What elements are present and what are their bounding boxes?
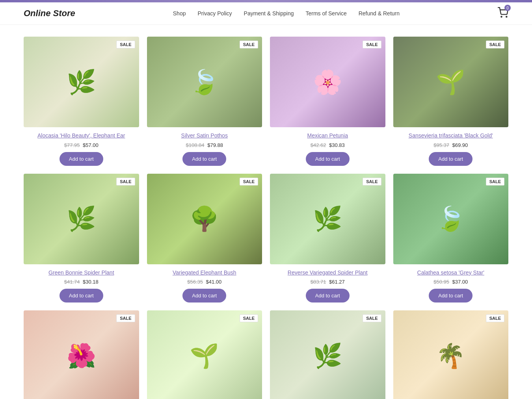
sale-badge: SALE xyxy=(116,178,135,186)
product-image-wrapper: 🌱 SALE xyxy=(393,37,509,127)
add-to-cart-button[interactable]: Add to cart xyxy=(306,289,350,302)
add-to-cart-button[interactable]: Add to cart xyxy=(429,152,472,166)
product-image-wrapper: 🍃 SALE xyxy=(147,37,262,127)
product-image: 🌿 xyxy=(24,37,139,127)
product-title[interactable]: Silver Satin Pothos xyxy=(181,132,228,140)
product-card: 🌿 SALE Alocasia 'Hilo Beauty', Elephant … xyxy=(24,37,139,166)
product-prices: $83.71 $61.27 xyxy=(311,279,345,285)
product-card: 🌴 SALE Row 3 Plant 4 $70.00 $49.00 Add t… xyxy=(393,310,509,399)
add-to-cart-button[interactable]: Add to cart xyxy=(60,152,103,166)
product-image-wrapper: 🍃 SALE xyxy=(393,174,509,264)
product-image: 🍃 xyxy=(393,174,509,264)
nav-payment[interactable]: Payment & Shipping xyxy=(244,10,294,17)
product-title[interactable]: Reverse Variegated Spider Plant xyxy=(288,269,368,277)
sale-badge: SALE xyxy=(116,41,135,48)
svg-point-0 xyxy=(501,16,502,17)
product-image-wrapper: 🌺 SALE xyxy=(24,310,139,399)
nav-terms[interactable]: Terms of Service xyxy=(305,10,346,17)
product-image: 🌱 xyxy=(393,37,509,127)
product-prices: $108.84 $79.88 xyxy=(186,142,223,148)
add-to-cart-button[interactable]: Add to cart xyxy=(60,289,103,302)
product-image: 🌸 xyxy=(270,37,385,127)
product-card: 🌱 SALE Sansevieria trifasciata 'Black Go… xyxy=(393,37,509,166)
product-image-wrapper: 🌴 SALE xyxy=(393,310,509,399)
sale-badge: SALE xyxy=(486,41,504,48)
add-to-cart-button[interactable]: Add to cart xyxy=(306,152,350,166)
sale-badge: SALE xyxy=(363,314,381,322)
product-title[interactable]: Green Bonnie Spider Plant xyxy=(48,269,114,277)
add-to-cart-button[interactable]: Add to cart xyxy=(429,289,472,302)
nav-privacy[interactable]: Privacy Policy xyxy=(197,10,232,17)
sale-badge: SALE xyxy=(240,41,258,48)
product-image-wrapper: 🌿 SALE xyxy=(270,310,385,399)
add-to-cart-button[interactable]: Add to cart xyxy=(182,152,226,166)
original-price: $77.95 xyxy=(64,142,80,148)
product-card: 🌿 SALE Row 3 Plant 3 $45.00 $32.00 Add t… xyxy=(270,310,385,399)
cart-count: 0 xyxy=(504,5,511,11)
product-prices: $42.62 $30.83 xyxy=(311,142,345,148)
product-image: 🌿 xyxy=(270,310,385,399)
product-image-wrapper: 🌿 SALE xyxy=(24,174,139,264)
products-grid: 🌿 SALE Alocasia 'Hilo Beauty', Elephant … xyxy=(0,25,532,399)
product-title[interactable]: Mexican Petunia xyxy=(307,132,348,140)
product-title[interactable]: Alocasia 'Hilo Beauty', Elephant Ear xyxy=(37,132,125,140)
sale-badge: SALE xyxy=(116,314,135,322)
main-nav: Shop Privacy Policy Payment & Shipping T… xyxy=(173,10,400,17)
product-prices: $41.74 $30.18 xyxy=(64,279,99,285)
product-card: 🌿 SALE Green Bonnie Spider Plant $41.74 … xyxy=(24,174,139,303)
original-price: $50.95 xyxy=(433,279,449,285)
product-prices: $95.37 $69.90 xyxy=(433,142,468,148)
product-image: 🌱 xyxy=(147,310,262,399)
sale-price: $37.00 xyxy=(452,279,468,285)
product-title[interactable]: Sansevieria trifasciata 'Black Gold' xyxy=(409,132,493,140)
sale-price: $41.00 xyxy=(206,279,222,285)
product-image: 🌿 xyxy=(24,174,139,264)
sale-badge: SALE xyxy=(240,178,258,186)
original-price: $42.62 xyxy=(311,142,326,148)
product-image-wrapper: 🌳 SALE xyxy=(147,174,262,264)
product-image-wrapper: 🌱 SALE xyxy=(147,310,262,399)
product-image: 🌺 xyxy=(24,310,139,399)
product-card: 🌺 SALE Row 3 Plant 1 $50.00 $35.00 Add t… xyxy=(24,310,139,399)
product-prices: $77.95 $57.00 xyxy=(64,142,99,148)
product-image: 🌿 xyxy=(270,174,385,264)
sale-badge: SALE xyxy=(363,178,381,186)
sale-price: $69.90 xyxy=(452,142,468,148)
original-price: $108.84 xyxy=(186,142,205,148)
product-title[interactable]: Variegated Elephant Bush xyxy=(173,269,236,277)
sale-price: $57.00 xyxy=(83,142,99,148)
sale-price: $30.18 xyxy=(83,279,99,285)
product-card: 🌳 SALE Variegated Elephant Bush $56.35 $… xyxy=(147,174,262,303)
nav-shop[interactable]: Shop xyxy=(173,10,186,17)
original-price: $83.71 xyxy=(311,279,326,285)
product-card: 🌸 SALE Mexican Petunia $42.62 $30.83 Add… xyxy=(270,37,385,166)
product-image-wrapper: 🌿 SALE xyxy=(270,174,385,264)
original-price: $56.35 xyxy=(187,279,203,285)
original-price: $41.74 xyxy=(64,279,80,285)
product-prices: $56.35 $41.00 xyxy=(187,279,221,285)
product-image-wrapper: 🌸 SALE xyxy=(270,37,385,127)
product-image: 🌳 xyxy=(147,174,262,264)
product-card: 🌿 SALE Reverse Variegated Spider Plant $… xyxy=(270,174,385,303)
product-card: 🍃 SALE Calathea setosa 'Grey Star' $50.9… xyxy=(393,174,509,303)
sale-price: $61.27 xyxy=(329,279,345,285)
sale-badge: SALE xyxy=(240,314,258,322)
nav-refund[interactable]: Refund & Return xyxy=(359,10,400,17)
sale-price: $79.88 xyxy=(207,142,223,148)
sale-badge: SALE xyxy=(486,178,504,186)
site-logo: Online Store xyxy=(24,8,75,19)
header: Online Store Shop Privacy Policy Payment… xyxy=(0,2,532,25)
sale-badge: SALE xyxy=(486,314,504,322)
product-title[interactable]: Calathea setosa 'Grey Star' xyxy=(417,269,484,277)
sale-price: $30.83 xyxy=(329,142,345,148)
sale-badge: SALE xyxy=(363,41,381,48)
product-image: 🌴 xyxy=(393,310,509,399)
product-card: 🍃 SALE Silver Satin Pothos $108.84 $79.8… xyxy=(147,37,262,166)
product-prices: $50.95 $37.00 xyxy=(433,279,468,285)
original-price: $95.37 xyxy=(433,142,449,148)
product-image-wrapper: 🌿 SALE xyxy=(24,37,139,127)
cart-button[interactable]: 0 xyxy=(497,7,508,20)
product-card: 🌱 SALE Row 3 Plant 2 $60.00 $42.00 Add t… xyxy=(147,310,262,399)
product-image: 🍃 xyxy=(147,37,262,127)
add-to-cart-button[interactable]: Add to cart xyxy=(182,289,226,302)
